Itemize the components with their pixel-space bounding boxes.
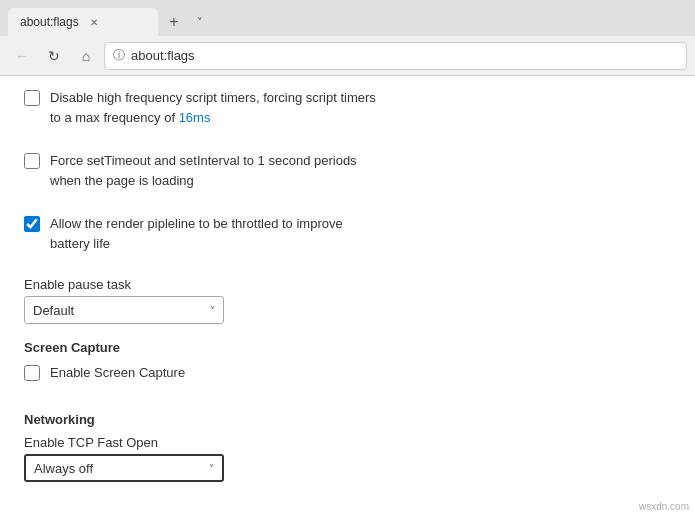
tab-bar: about:flags ✕ + ˅ [0, 0, 695, 36]
flag-text-force-timeout: Force setTimeout and setInterval to 1 se… [50, 151, 357, 190]
browser-window: about:flags ✕ + ˅ ← ↻ ⌂ ⓘ about:flags Di… [0, 0, 695, 516]
checkbox-force-timeout[interactable] [24, 153, 40, 169]
checkbox-disable-timers-wrap [24, 90, 40, 109]
checkbox-pipeline-wrap [24, 216, 40, 235]
flag-text-disable-timers: Disable high frequency script timers, fo… [50, 88, 376, 127]
tab-close-button[interactable]: ✕ [87, 15, 101, 29]
chevron-down-icon: ˅ [210, 305, 215, 316]
flag-timeout-line2: when the page is loading [50, 171, 357, 191]
tab-menu-button[interactable]: ˅ [190, 8, 210, 36]
new-tab-button[interactable]: + [160, 8, 188, 36]
tab-title: about:flags [20, 15, 79, 29]
flag-item-pipeline: Allow the render pipleline to be throttl… [24, 214, 671, 265]
flag-item-disable-timers: Disable high frequency script timers, fo… [24, 88, 671, 139]
flag-text-screen-capture: Enable Screen Capture [50, 363, 185, 383]
flag-pipeline-line1: Allow the render pipleline to be throttl… [50, 214, 343, 234]
chevron-down-tcp-icon: ˅ [209, 463, 214, 474]
flag-item-screen-capture: Enable Screen Capture [24, 363, 671, 396]
back-button[interactable]: ← [8, 42, 36, 70]
pause-task-label: Enable pause task [24, 277, 671, 292]
address-bar[interactable]: ⓘ about:flags [104, 42, 687, 70]
checkbox-screen-capture[interactable] [24, 365, 40, 381]
browser-tab[interactable]: about:flags ✕ [8, 8, 158, 36]
tcp-fast-open-value: Always off [34, 461, 93, 476]
address-text: about:flags [131, 48, 195, 63]
home-button[interactable]: ⌂ [72, 42, 100, 70]
flag-timeout-line1: Force setTimeout and setInterval to 1 se… [50, 151, 357, 171]
flag-line1: Disable high frequency script timers, fo… [50, 88, 376, 108]
tcp-fast-open-dropdown[interactable]: Always off ˅ [24, 454, 224, 482]
address-info-icon: ⓘ [113, 47, 125, 64]
flag-item-force-timeout: Force setTimeout and setInterval to 1 se… [24, 151, 671, 202]
pause-task-dropdown[interactable]: Default ˅ [24, 296, 224, 324]
checkbox-force-timeout-wrap [24, 153, 40, 172]
flag-text-pipeline: Allow the render pipleline to be throttl… [50, 214, 343, 253]
reload-button[interactable]: ↻ [40, 42, 68, 70]
checkbox-disable-timers[interactable] [24, 90, 40, 106]
networking-section: Networking Enable TCP Fast Open Always o… [24, 412, 671, 482]
checkbox-screen-capture-wrap [24, 365, 40, 384]
nav-bar: ← ↻ ⌂ ⓘ about:flags [0, 36, 695, 76]
highlight-16ms: 16ms [179, 110, 211, 125]
flag-line2: to a max frequency of 16ms [50, 108, 376, 128]
flag-pipeline-line2: battery life [50, 234, 343, 254]
tcp-fast-open-section: Enable TCP Fast Open Always off ˅ [24, 435, 671, 482]
watermark: wsxdn.com [639, 501, 689, 512]
pause-task-value: Default [33, 303, 74, 318]
tcp-fast-open-label: Enable TCP Fast Open [24, 435, 671, 450]
content-area: Disable high frequency script timers, fo… [0, 76, 695, 516]
checkbox-pipeline[interactable] [24, 216, 40, 232]
pause-task-section: Enable pause task Default ˅ [24, 277, 671, 324]
screen-capture-header: Screen Capture [24, 340, 671, 355]
networking-header: Networking [24, 412, 671, 427]
